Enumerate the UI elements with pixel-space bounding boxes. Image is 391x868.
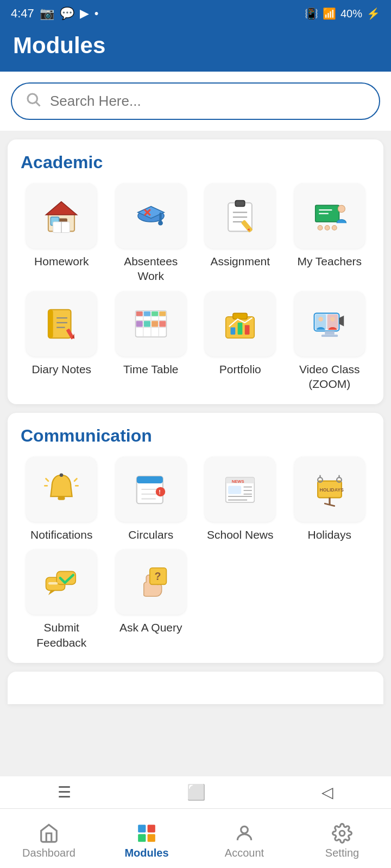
assignment-label: Assignment <box>210 254 270 269</box>
svg-text:!: ! <box>159 489 161 495</box>
svg-rect-49 <box>159 321 166 327</box>
svg-line-65 <box>74 479 77 481</box>
svg-rect-99 <box>138 825 146 832</box>
bottom-nav: Dashboard Modules Account Setting <box>0 808 391 868</box>
homework-icon-box <box>26 183 97 248</box>
svg-rect-51 <box>233 313 247 319</box>
svg-point-104 <box>339 831 345 836</box>
svg-point-68 <box>60 474 64 477</box>
holidays-icon-box: HOLIDAYS <box>294 457 365 522</box>
svg-line-64 <box>46 479 48 481</box>
my-teachers-label: My Teachers <box>297 254 362 269</box>
svg-rect-43 <box>144 311 150 316</box>
academic-title: Academic <box>21 152 370 173</box>
module-submit-feedback[interactable]: Submit Feedback <box>21 550 103 650</box>
time-table-label: Time Table <box>123 362 179 376</box>
svg-rect-10 <box>159 212 161 222</box>
svg-point-11 <box>158 221 163 226</box>
svg-text:NEWS: NEWS <box>232 479 244 484</box>
module-portfolio[interactable]: Portfolio <box>199 291 281 392</box>
svg-point-61 <box>330 316 335 321</box>
ask-a-query-icon-box: ? <box>116 550 186 615</box>
svg-rect-45 <box>159 311 166 316</box>
nav-dashboard[interactable]: Dashboard <box>0 818 98 859</box>
nav-account[interactable]: Account <box>195 818 293 859</box>
play-icon: ▶ <box>80 7 89 21</box>
my-teachers-icon-box <box>294 183 365 248</box>
search-input[interactable] <box>50 93 366 110</box>
svg-text:?: ? <box>154 570 161 582</box>
svg-rect-48 <box>152 321 158 327</box>
svg-rect-100 <box>148 825 155 832</box>
vibrate-icon: 📳 <box>305 7 318 20</box>
battery-text: 40% <box>340 8 362 20</box>
search-box[interactable] <box>11 82 380 120</box>
communication-grid: Notifications ! <box>21 457 370 650</box>
circulars-icon-box: ! <box>116 457 186 522</box>
svg-point-103 <box>241 826 248 833</box>
module-time-table[interactable]: Time Table <box>110 291 192 392</box>
diary-notes-icon-box <box>26 291 97 356</box>
module-notifications[interactable]: Notifications <box>21 457 103 542</box>
svg-rect-42 <box>136 311 142 316</box>
svg-point-0 <box>28 94 37 104</box>
academic-grid: Homework Absentees Work <box>21 183 370 391</box>
header: Modules <box>0 27 391 72</box>
module-school-news[interactable]: NEWS School News <box>199 457 281 542</box>
svg-point-26 <box>325 226 330 231</box>
academic-section: Academic Homework <box>8 139 383 404</box>
svg-rect-54 <box>245 325 250 335</box>
time: 4:47 <box>11 7 34 21</box>
portfolio-icon-box <box>205 291 275 356</box>
search-icon <box>25 91 41 111</box>
module-my-teachers[interactable]: My Teachers <box>289 183 371 284</box>
nav-setting-label: Setting <box>325 847 359 859</box>
module-holidays[interactable]: HOLIDAYS Holidays <box>289 457 371 542</box>
svg-rect-57 <box>321 334 338 336</box>
module-circulars[interactable]: ! Circulars <box>110 457 192 542</box>
messenger-icon: 💬 <box>60 7 74 21</box>
svg-point-25 <box>318 226 323 231</box>
module-homework[interactable]: Homework <box>21 183 103 284</box>
svg-rect-56 <box>325 331 335 335</box>
instagram-icon: 📷 <box>40 7 54 21</box>
svg-marker-94 <box>48 591 55 596</box>
svg-marker-3 <box>46 202 77 215</box>
svg-rect-53 <box>238 322 243 334</box>
android-home-button[interactable]: ⬜ <box>187 783 206 801</box>
module-video-class[interactable]: Video Class (ZOOM) <box>289 291 371 392</box>
charging-icon: ⚡ <box>367 7 380 20</box>
search-container <box>0 72 391 131</box>
module-absentees-work[interactable]: Absentees Work <box>110 183 192 284</box>
time-table-icon-box <box>116 291 186 356</box>
absentees-work-label: Absentees Work <box>110 254 192 284</box>
nav-account-label: Account <box>225 847 264 859</box>
svg-rect-70 <box>137 476 163 483</box>
android-menu-button[interactable]: ☰ <box>58 783 71 801</box>
module-diary-notes[interactable]: Diary Notes <box>21 291 103 392</box>
svg-line-1 <box>36 103 40 106</box>
svg-marker-62 <box>339 315 344 326</box>
modules-icon <box>136 823 157 844</box>
nav-setting[interactable]: Setting <box>293 818 391 859</box>
module-ask-a-query[interactable]: ? Ask A Query <box>110 550 192 650</box>
android-nav: ☰ ⬜ ◁ <box>0 776 391 808</box>
module-assignment[interactable]: Assignment <box>199 183 281 284</box>
nav-modules[interactable]: Modules <box>98 818 195 859</box>
absentees-work-icon-box <box>116 183 186 248</box>
android-back-button[interactable]: ◁ <box>321 783 333 801</box>
nav-modules-label: Modules <box>124 847 168 859</box>
communication-title: Communication <box>21 426 370 446</box>
page-title: Modules <box>13 33 378 59</box>
svg-rect-52 <box>231 327 236 334</box>
svg-rect-79 <box>228 486 241 494</box>
svg-point-60 <box>318 316 323 321</box>
svg-rect-63 <box>58 496 65 500</box>
svg-text:HOLIDAYS: HOLIDAYS <box>319 488 344 493</box>
svg-point-27 <box>332 226 337 231</box>
portfolio-label: Portfolio <box>219 362 261 376</box>
dashboard-icon <box>39 823 59 844</box>
setting-icon <box>332 823 352 844</box>
wifi-icon: 📶 <box>323 7 336 20</box>
nav-dashboard-label: Dashboard <box>22 847 75 859</box>
